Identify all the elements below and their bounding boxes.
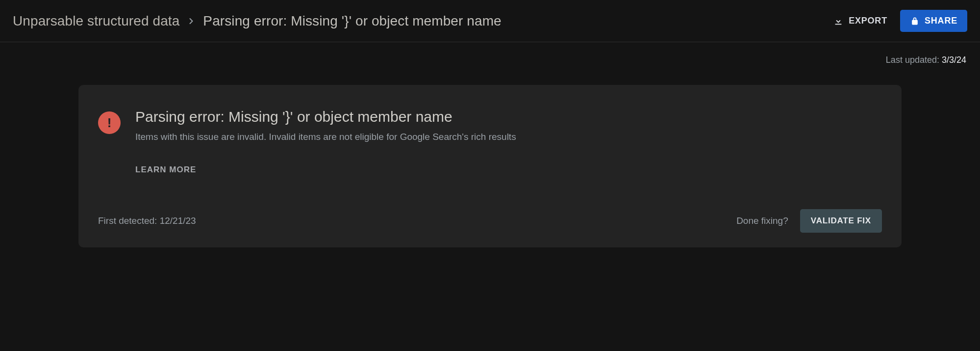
chevron-right-icon xyxy=(186,16,196,26)
export-label: EXPORT xyxy=(849,16,887,26)
last-updated-date: 3/3/24 xyxy=(942,55,966,65)
main-content: ! Parsing error: Missing '}' or object m… xyxy=(0,65,980,267)
download-icon xyxy=(833,16,844,27)
header-actions: EXPORT SHARE xyxy=(831,10,967,32)
export-button[interactable]: EXPORT xyxy=(831,13,889,29)
issue-title: Parsing error: Missing '}' or object mem… xyxy=(135,108,882,125)
first-detected-label: First detected: xyxy=(98,216,160,226)
card-footer: First detected: 12/21/23 Done fixing? VA… xyxy=(98,209,882,233)
error-icon: ! xyxy=(98,111,121,134)
page-header: Unparsable structured data Parsing error… xyxy=(0,0,980,42)
share-label: SHARE xyxy=(925,16,957,26)
first-detected-date: 12/21/23 xyxy=(160,216,196,226)
card-top: ! Parsing error: Missing '}' or object m… xyxy=(98,108,882,175)
issue-card: ! Parsing error: Missing '}' or object m… xyxy=(78,85,902,247)
done-fixing-label: Done fixing? xyxy=(736,216,788,226)
last-updated-label: Last updated: xyxy=(886,55,942,65)
lock-icon xyxy=(910,16,920,26)
last-updated: Last updated: 3/3/24 xyxy=(0,42,980,65)
learn-more-link[interactable]: LEARN MORE xyxy=(135,165,882,175)
breadcrumb-root[interactable]: Unparsable structured data xyxy=(13,13,179,29)
card-body: Parsing error: Missing '}' or object mem… xyxy=(135,108,882,175)
breadcrumb-current: Parsing error: Missing '}' or object mem… xyxy=(203,13,501,29)
issue-description: Items with this issue are invalid. Inval… xyxy=(135,130,537,144)
error-glyph: ! xyxy=(107,116,112,129)
share-button[interactable]: SHARE xyxy=(900,10,967,32)
validate-fix-button[interactable]: VALIDATE FIX xyxy=(800,209,882,233)
breadcrumb: Unparsable structured data Parsing error… xyxy=(13,13,831,29)
first-detected: First detected: 12/21/23 xyxy=(98,216,736,226)
